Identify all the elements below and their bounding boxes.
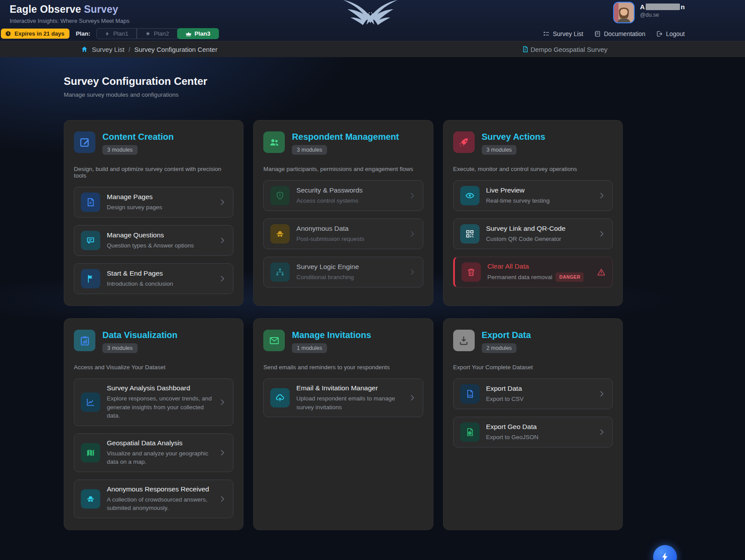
trash-icon: [462, 262, 481, 282]
card-survey-actions: Survey Actions 3 modules Execute, monito…: [443, 120, 623, 306]
document-icon: [81, 193, 100, 212]
card-respondent-management: Respondent Management 3 modules Manage p…: [253, 120, 433, 306]
user-name: A n: [640, 3, 685, 11]
nav-logout[interactable]: Logout: [656, 30, 685, 37]
eagle-logo-icon: [341, 0, 399, 27]
modules-badge: 3 modules: [482, 145, 517, 155]
cloud-upload-icon: [270, 388, 290, 407]
cards-grid: Content Creation 3 modules Design, build…: [64, 120, 623, 530]
csv-file-icon: CSV: [460, 384, 480, 404]
card-export-data: Export Data 2 modules Export Your Comple…: [443, 318, 623, 530]
chevron-right-icon: [218, 275, 226, 283]
module-anonymous-responses-received[interactable]: Anonymous Responses Received A collectio…: [74, 480, 233, 518]
chat-bubble-icon: [81, 231, 100, 250]
breadcrumb-separator: /: [128, 46, 130, 53]
warning-triangle-icon: [597, 268, 606, 276]
card-title: Content Creation: [102, 132, 174, 142]
envelope-icon: [263, 330, 285, 351]
chevron-right-icon: [218, 449, 226, 457]
nav-survey-list[interactable]: Survey List: [543, 30, 583, 37]
module-security-passwords[interactable]: Security & Passwords Access control syst…: [263, 180, 423, 211]
modules-badge: 2 modules: [482, 343, 517, 353]
geo-file-icon: [460, 422, 480, 442]
incognito-icon: [270, 224, 290, 244]
card-description: Design, build and optimize survey conten…: [74, 166, 233, 179]
card-title: Export Data: [482, 330, 531, 340]
breadcrumb-bar: Survey List / Survey Configuration Cente…: [0, 41, 745, 57]
documentation-icon: [594, 30, 601, 37]
modules-badge: 3 modules: [102, 343, 138, 353]
modules-badge: 3 modules: [102, 145, 138, 155]
line-chart-icon: [81, 393, 100, 412]
chevron-right-icon: [598, 192, 606, 200]
edit-square-icon: [74, 131, 95, 153]
module-anonymous-data[interactable]: Anonymous Data Post-submission requests: [263, 218, 423, 249]
breadcrumb-current: Survey Configuration Center: [134, 46, 217, 53]
svg-text:CSV: CSV: [468, 394, 472, 397]
module-geospatial-data-analysis[interactable]: Geospatial Data Analysis Visualize and a…: [74, 433, 233, 472]
module-live-preview[interactable]: Live Preview Real-time survey testing: [453, 180, 613, 211]
lightning-icon: [105, 31, 110, 36]
clipboard-chart-icon: [74, 330, 95, 351]
module-clear-all-data[interactable]: Clear All Data Permanent data removalDAN…: [453, 257, 613, 287]
chevron-right-icon: [408, 192, 416, 200]
card-description: Access and Visualize Your Dataset: [74, 364, 233, 371]
user-handle: @du.se: [640, 12, 685, 18]
module-manage-pages[interactable]: Manage Pages Design survey pages: [74, 187, 233, 218]
name-redaction-bar: [646, 4, 680, 10]
chevron-right-icon: [598, 428, 606, 436]
branch-flow-icon: [270, 262, 290, 282]
module-survey-logic-engine[interactable]: Survey Logic Engine Conditional branchin…: [263, 257, 423, 287]
module-start-end-pages[interactable]: Start & End Pages Introduction & conclus…: [74, 263, 233, 294]
chevron-right-icon: [598, 390, 606, 398]
quick-action-fab[interactable]: [653, 545, 677, 560]
active-survey[interactable]: Dempo Geospatial Survey: [522, 46, 607, 53]
card-content-creation: Content Creation 3 modules Design, build…: [64, 120, 243, 306]
download-icon: [453, 330, 475, 351]
module-survey-link-qr[interactable]: Survey Link and QR-Code Custom QR Code G…: [453, 218, 613, 249]
module-survey-analysis-dashboard[interactable]: Survey Analysis Dashboard Explore respon…: [74, 378, 233, 426]
avatar[interactable]: [613, 2, 635, 23]
module-email-invitation-manager[interactable]: Email & Invitation Manager Upload respon…: [263, 378, 423, 417]
breadcrumb-survey-list[interactable]: Survey List: [92, 46, 124, 53]
chevron-right-icon: [218, 198, 226, 206]
shield-icon: [270, 186, 290, 205]
logout-icon: [656, 30, 663, 37]
app-tagline: Interactive Insights: Where Surveys Meet…: [10, 18, 129, 24]
card-description: Export Your Complete Dataset: [453, 364, 613, 371]
eye-icon: [460, 186, 480, 205]
expires-badge: Expires in 21 days: [1, 29, 69, 39]
module-export-csv[interactable]: CSV Export Data Export to CSV: [453, 378, 613, 409]
user-block: A n @du.se: [613, 2, 685, 23]
module-manage-questions[interactable]: Manage Questions Question types & Answer…: [74, 225, 233, 256]
page-title: Survey Configuration Center: [64, 75, 745, 87]
plan3-button-active[interactable]: Plan3: [177, 28, 219, 39]
app-title: Eagle Observe Survey: [10, 4, 129, 15]
plan2-button[interactable]: Plan2: [137, 28, 178, 39]
breadcrumb: Survey List / Survey Configuration Cente…: [81, 46, 218, 53]
top-header: Eagle Observe Survey Interactive Insight…: [0, 0, 745, 26]
modules-badge: 1 modules: [292, 343, 327, 353]
survey-file-icon: [522, 46, 529, 53]
card-description: Manage participants, permissions and eng…: [263, 166, 423, 172]
modules-badge: 3 modules: [292, 145, 327, 155]
clock-icon: [5, 30, 11, 37]
home-icon: [81, 46, 88, 53]
lightning-bolt-icon: [660, 552, 670, 560]
plan1-button[interactable]: Plan1: [96, 28, 137, 39]
danger-badge: DANGER: [556, 273, 584, 282]
chevron-right-icon: [408, 394, 416, 402]
nav-documentation[interactable]: Documentation: [594, 30, 645, 37]
plan-bar: Expires in 21 days Plan: Plan1 Plan2 Pla…: [0, 26, 745, 41]
users-icon: [263, 131, 285, 153]
top-nav: Survey List Documentation Logout: [543, 30, 685, 37]
plan-selector: Plan1 Plan2 Plan3: [96, 28, 218, 39]
rocket-icon: [453, 131, 475, 153]
plan-label: Plan:: [76, 30, 90, 37]
chevron-right-icon: [218, 236, 226, 244]
main-content: Survey Configuration Center Manage surve…: [0, 57, 745, 560]
card-title: Data Visualization: [102, 330, 178, 340]
chevron-right-icon: [218, 398, 226, 406]
module-export-geojson[interactable]: Export Geo Data Export to GeoJSON: [453, 417, 613, 447]
chevron-right-icon: [408, 230, 416, 238]
